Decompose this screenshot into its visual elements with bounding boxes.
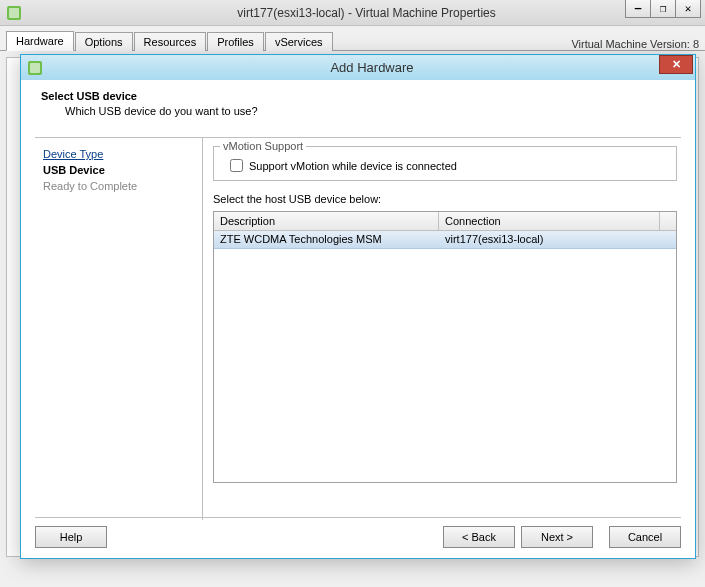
th-connection[interactable]: Connection xyxy=(439,212,660,230)
minimize-button[interactable]: — xyxy=(625,0,651,18)
wizard-content: Device Type USB Device Ready to Complete… xyxy=(35,138,681,520)
table-row[interactable]: ZTE WCDMA Technologies MSM virt177(esxi1… xyxy=(214,231,676,249)
th-description[interactable]: Description xyxy=(214,212,439,230)
parent-title: virt177(esxi13-local) - Virtual Machine … xyxy=(28,6,705,20)
add-hardware-dialog: Add Hardware ✕ Select USB device Which U… xyxy=(20,54,696,559)
tab-hardware[interactable]: Hardware xyxy=(6,31,74,51)
th-spacer xyxy=(660,212,676,230)
window-buttons: — ❐ ✕ xyxy=(626,0,701,18)
select-usb-label: Select the host USB device below: xyxy=(213,193,677,205)
tab-resources[interactable]: Resources xyxy=(134,32,207,51)
wizard-step-title: Select USB device xyxy=(41,90,681,102)
maximize-button[interactable]: ❐ xyxy=(650,0,676,18)
wizard-step-subtitle: Which USB device do you want to use? xyxy=(65,105,681,117)
vmotion-checkbox-row[interactable]: Support vMotion while device is connecte… xyxy=(222,159,668,172)
close-button[interactable]: ✕ xyxy=(675,0,701,18)
back-button[interactable]: < Back xyxy=(443,526,515,548)
cancel-button[interactable]: Cancel xyxy=(609,526,681,548)
parent-titlebar: virt177(esxi13-local) - Virtual Machine … xyxy=(0,0,705,26)
nav-device-type[interactable]: Device Type xyxy=(43,148,194,160)
modal-title: Add Hardware xyxy=(49,60,695,75)
tab-profiles[interactable]: Profiles xyxy=(207,32,264,51)
tab-row: Hardware Options Resources Profiles vSer… xyxy=(0,26,705,51)
vmotion-checkbox[interactable] xyxy=(230,159,243,172)
tab-options[interactable]: Options xyxy=(75,32,133,51)
vmotion-checkbox-label: Support vMotion while device is connecte… xyxy=(249,160,457,172)
nav-usb-device: USB Device xyxy=(43,164,194,176)
next-button[interactable]: Next > xyxy=(521,526,593,548)
vsphere-icon xyxy=(27,60,43,76)
wizard-nav: Device Type USB Device Ready to Complete xyxy=(35,138,203,520)
help-button[interactable]: Help xyxy=(35,526,107,548)
vmotion-group-title: vMotion Support xyxy=(220,140,306,152)
svg-rect-3 xyxy=(30,63,40,73)
usb-device-table: Description Connection ZTE WCDMA Technol… xyxy=(213,211,677,483)
td-description: ZTE WCDMA Technologies MSM xyxy=(214,231,439,248)
table-header: Description Connection xyxy=(214,212,676,231)
vsphere-icon xyxy=(6,5,22,21)
button-row: Help < Back Next > Cancel xyxy=(35,517,681,548)
vm-version-label: Virtual Machine Version: 8 xyxy=(571,38,699,50)
modal-close-button[interactable]: ✕ xyxy=(659,55,693,74)
wizard-pane: vMotion Support Support vMotion while de… xyxy=(203,138,681,520)
tab-vservices[interactable]: vServices xyxy=(265,32,333,51)
vmotion-groupbox: vMotion Support Support vMotion while de… xyxy=(213,146,677,181)
td-connection: virt177(esxi13-local) xyxy=(439,231,676,248)
nav-ready-to-complete: Ready to Complete xyxy=(43,180,194,192)
svg-rect-1 xyxy=(9,8,19,18)
modal-titlebar: Add Hardware ✕ xyxy=(21,55,695,80)
modal-body: Select USB device Which USB device do yo… xyxy=(21,80,695,558)
